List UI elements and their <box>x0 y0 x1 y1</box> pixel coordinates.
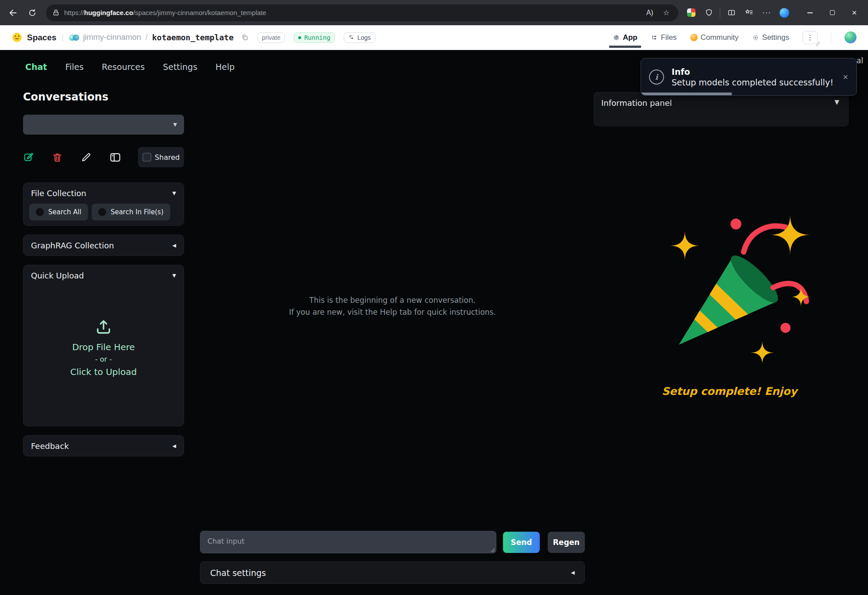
chat-input[interactable] <box>200 531 496 553</box>
logs-icon <box>348 34 355 41</box>
header-divider: | <box>62 34 64 42</box>
shared-checkbox[interactable]: Shared <box>138 147 184 167</box>
chat-settings-panel[interactable]: Chat settings ◀ <box>200 561 585 584</box>
minimize-button[interactable] <box>801 4 819 22</box>
empty-conversation-message: This is the beginning of a new conversat… <box>200 294 585 318</box>
checkbox-icon <box>142 153 151 162</box>
graphrag-panel: GraphRAG Collection ◀ <box>23 235 184 256</box>
app-cube-icon <box>613 34 620 41</box>
info-icon: i <box>649 70 664 85</box>
chevron-down-icon: ▼ <box>173 273 176 278</box>
radio-icon <box>36 208 44 216</box>
chevron-left-icon: ◀ <box>173 243 176 248</box>
feedback-panel: Feedback ◀ <box>23 435 184 456</box>
pencil-icon <box>81 152 92 163</box>
toggle-panel-button[interactable] <box>109 152 138 163</box>
graphrag-header[interactable]: GraphRAG Collection ◀ <box>23 235 184 256</box>
files-tree-icon <box>651 34 658 41</box>
toast-message: Setup models completed successfully! <box>672 77 835 87</box>
running-badge[interactable]: ●Running <box>294 32 335 43</box>
browser-menu-icon[interactable]: ··· <box>759 5 774 20</box>
regen-button[interactable]: Regen <box>548 532 585 553</box>
conversations-title: Conversations <box>23 91 108 103</box>
send-button[interactable]: Send <box>503 532 540 553</box>
hf-tab-settings[interactable]: Settings <box>752 33 789 42</box>
favorite-star-icon[interactable]: ☆ <box>661 8 672 17</box>
running-dot-icon: ● <box>298 35 301 40</box>
browser-chrome: https://huggingface.co/spaces/jimmy-cinn… <box>0 0 868 25</box>
tab-files[interactable]: Files <box>65 62 84 72</box>
name-slash: / <box>146 33 148 42</box>
toast-close-icon[interactable]: × <box>843 73 849 81</box>
hf-tab-community[interactable]: Community <box>690 33 739 42</box>
refresh-button[interactable] <box>24 4 41 21</box>
close-button[interactable]: × <box>845 4 864 22</box>
toolbar-divider <box>720 8 720 18</box>
quick-upload-panel: Quick Upload ▼ Drop File Here - or - Cli… <box>23 265 184 426</box>
copy-icon[interactable] <box>241 34 249 41</box>
owner-name[interactable]: jimmy-cinnamon <box>83 33 141 42</box>
tab-settings[interactable]: Settings <box>163 62 197 72</box>
tab-chat[interactable]: Chat <box>25 62 47 72</box>
back-arrow-icon <box>8 8 18 18</box>
split-screen-icon[interactable] <box>724 5 739 20</box>
owner-avatar[interactable] <box>69 35 79 41</box>
conversation-select[interactable]: ▼ <box>23 115 184 135</box>
window-controls: × <box>801 4 864 22</box>
screen: https://huggingface.co/spaces/jimmy-cinn… <box>0 0 868 595</box>
refresh-icon <box>28 8 37 17</box>
browser-essentials-icon[interactable] <box>684 5 699 20</box>
repo-name[interactable]: kotaemon_template <box>152 33 234 42</box>
user-avatar[interactable] <box>845 31 856 43</box>
chevron-down-icon: ▼ <box>173 122 177 128</box>
copilot-icon[interactable] <box>777 5 792 20</box>
click-to-upload-label[interactable]: Click to Upload <box>23 365 184 379</box>
upload-icon <box>94 317 113 336</box>
trash-icon <box>52 152 63 163</box>
drop-file-label: Drop File Here <box>23 340 184 354</box>
address-bar[interactable]: https://huggingface.co/spaces/jimmy-cinn… <box>46 4 678 21</box>
search-in-files-option[interactable]: Search In File(s) <box>92 204 170 220</box>
new-conversation-button[interactable] <box>23 151 52 163</box>
quick-upload-header[interactable]: Quick Upload ▼ <box>23 265 184 286</box>
huggingface-logo-icon <box>12 32 23 43</box>
gear-icon <box>752 34 759 41</box>
maximize-button[interactable] <box>823 4 841 22</box>
shield-icon[interactable] <box>701 5 716 20</box>
information-panel-header[interactable]: Information panel ▼ <box>594 92 849 126</box>
spaces-brand[interactable]: Spaces <box>27 33 57 42</box>
rename-conversation-button[interactable] <box>81 152 109 163</box>
logs-button[interactable]: Logs <box>344 32 375 43</box>
favorites-bar-icon[interactable] <box>741 5 757 20</box>
delete-conversation-button[interactable] <box>52 152 81 163</box>
feedback-header[interactable]: Feedback ◀ <box>23 436 184 456</box>
new-chat-icon <box>23 151 35 163</box>
space-options-button[interactable]: ⋮ <box>803 31 818 44</box>
kotaemon-app: al Chat Files Resources Settings Help Co… <box>0 50 868 595</box>
hf-tab-app[interactable]: App <box>613 33 638 42</box>
lock-icon <box>52 9 60 16</box>
info-toast: i Info Setup models completed successful… <box>641 58 857 96</box>
back-button[interactable] <box>4 4 21 21</box>
chevron-left-icon: ◀ <box>571 570 575 576</box>
sidebar-toggle-icon <box>109 152 121 163</box>
chevron-down-icon: ▼ <box>173 190 176 196</box>
chevron-down-icon: ▼ <box>834 98 839 105</box>
or-label: - or - <box>23 354 184 365</box>
party-popper-image <box>657 212 812 367</box>
conversation-actions: Shared <box>23 147 184 167</box>
hf-tab-files[interactable]: Files <box>651 33 677 42</box>
file-collection-panel: File Collection ▼ Search All Search In F… <box>23 182 184 226</box>
read-aloud-icon[interactable]: A) <box>644 9 656 17</box>
toast-progress-bar <box>641 93 732 95</box>
private-badge: private <box>257 32 285 43</box>
url-text: https://huggingface.co/spaces/jimmy-cinn… <box>64 9 266 16</box>
file-collection-header[interactable]: File Collection ▼ <box>23 183 184 204</box>
file-dropzone[interactable]: Drop File Here - or - Click to Upload <box>23 317 184 379</box>
radio-icon <box>98 208 106 216</box>
setup-complete-text: Setup complete! Enjoy <box>594 385 865 398</box>
toast-title: Info <box>672 67 835 77</box>
tab-resources[interactable]: Resources <box>102 62 145 72</box>
tab-help[interactable]: Help <box>215 62 234 72</box>
search-all-option[interactable]: Search All <box>29 204 88 220</box>
